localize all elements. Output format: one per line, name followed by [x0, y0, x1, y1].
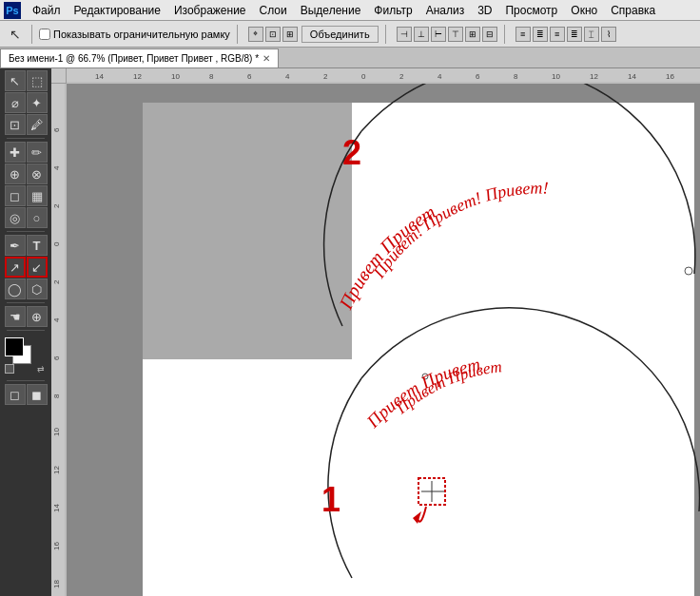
hand-tool[interactable]: ☚: [5, 306, 26, 327]
svg-text:14: 14: [95, 72, 104, 81]
menu-layers[interactable]: Слои: [254, 2, 293, 19]
show-bounds-checkbox[interactable]: [39, 29, 50, 40]
svg-text:4: 4: [52, 317, 61, 322]
color-picker[interactable]: ⇄: [5, 337, 47, 374]
align-icon-4[interactable]: ⊤: [448, 27, 463, 42]
arrow-tool-icon[interactable]: ↖: [6, 25, 25, 44]
brush-tool[interactable]: ✏: [27, 142, 48, 163]
menu-help[interactable]: Справка: [605, 2, 661, 19]
svg-text:0: 0: [52, 241, 61, 246]
tool-separator-4: [7, 330, 45, 331]
align-icon-1[interactable]: ⊣: [397, 27, 412, 42]
tool-row-4: ✚ ✏: [5, 142, 48, 163]
tool-separator-1: [7, 138, 45, 139]
dist-icon-3[interactable]: ≡: [550, 27, 565, 42]
svg-text:2: 2: [323, 72, 328, 81]
toolbar-divider-4: [504, 25, 505, 44]
lasso-tool[interactable]: ⌀: [5, 92, 26, 113]
magic-wand-tool[interactable]: ✦: [27, 92, 48, 113]
gradient-tool[interactable]: ▦: [27, 185, 48, 206]
toolbar-row: ↖ Показывать ограничительную рамку ⌖ ⊡ ⊞…: [0, 21, 700, 48]
ruler-left-svg: 6 4 2 0 2 4 6 8 10 12 14 16 18: [51, 84, 67, 596]
menu-filter[interactable]: Фильтр: [368, 2, 418, 19]
menu-file[interactable]: Файл: [27, 2, 67, 19]
svg-text:16: 16: [52, 542, 61, 550]
align-icon-5[interactable]: ⊞: [465, 27, 480, 42]
bottom-text-inner: Привет Привет: [392, 357, 503, 418]
align-icon-2[interactable]: ⊥: [414, 27, 429, 42]
text-tool[interactable]: T: [27, 235, 48, 256]
marquee-tool[interactable]: ⬚: [27, 70, 48, 91]
show-bounds-label: Показывать ограничительную рамку: [39, 29, 230, 40]
toolbar-divider-1: [31, 25, 32, 44]
zoom-tool[interactable]: ⊕: [27, 306, 48, 327]
history-brush-tool[interactable]: ⊗: [27, 163, 48, 184]
tool-row-1: ↖ ⬚: [5, 70, 48, 91]
tab-bar: Без имени-1 @ 66.7% (Привет, Привет Прив…: [0, 48, 700, 68]
label-1: 1: [321, 480, 340, 519]
align-icon-6[interactable]: ⊟: [482, 27, 497, 42]
tab-close-button[interactable]: ✕: [262, 53, 270, 64]
svg-text:4: 4: [52, 165, 61, 170]
pen-tool[interactable]: ✒: [5, 235, 26, 256]
label-2: 2: [342, 133, 361, 172]
eyedropper-tool[interactable]: 🖉: [27, 114, 48, 135]
dist-icon-2[interactable]: ≣: [533, 27, 548, 42]
tool-row-8: ✒ T: [5, 235, 48, 256]
eraser-tool[interactable]: ◻: [5, 185, 26, 206]
tool-row-5: ⊕ ⊗: [5, 163, 48, 184]
clone-tool[interactable]: ⊕: [5, 163, 26, 184]
standard-mode[interactable]: ◻: [5, 384, 26, 405]
tool-row-11: ☚ ⊕: [5, 306, 48, 327]
svg-text:12: 12: [590, 72, 598, 81]
menu-analysis[interactable]: Анализ: [420, 2, 471, 19]
transform-icons: ⌖ ⊡ ⊞: [248, 27, 298, 42]
svg-text:8: 8: [514, 72, 518, 81]
crop-tool[interactable]: ⊡: [5, 114, 26, 135]
svg-text:4: 4: [285, 72, 290, 81]
bottom-circle-arc-right: [361, 308, 700, 511]
path-select-tool[interactable]: ↗: [5, 257, 26, 278]
svg-text:8: 8: [209, 72, 214, 81]
red-arrow-path: [417, 507, 426, 522]
tool-separator-3: [7, 302, 45, 303]
menu-window[interactable]: Окно: [565, 2, 603, 19]
custom-shape-tool[interactable]: ⬡: [27, 279, 48, 299]
svg-text:12: 12: [133, 72, 142, 81]
dist-icon-4[interactable]: ≣: [567, 27, 582, 42]
blur-tool[interactable]: ◎: [5, 207, 26, 228]
svg-text:6: 6: [52, 356, 61, 360]
dist-icon-5[interactable]: ⌶: [584, 27, 599, 42]
combine-button[interactable]: Объединить: [301, 26, 379, 43]
tool-row-6: ◻ ▦: [5, 185, 48, 206]
direct-select-tool[interactable]: ↙: [27, 257, 48, 278]
document-background: [143, 103, 694, 596]
dist-icon-6[interactable]: ⌇: [601, 27, 616, 42]
menu-select[interactable]: Выделение: [295, 2, 367, 19]
transform-icon-1[interactable]: ⌖: [248, 27, 263, 42]
menu-image[interactable]: Изображение: [168, 2, 252, 19]
menu-view[interactable]: Просмотр: [499, 2, 563, 19]
gray-block: [143, 103, 352, 359]
top-text-inner: Привет! Привет! Привет!: [369, 178, 549, 281]
transform-icon-3[interactable]: ⊞: [282, 27, 298, 42]
foreground-color-box[interactable]: [5, 337, 24, 356]
heal-tool[interactable]: ✚: [5, 142, 26, 163]
swap-colors-icon[interactable]: ⇄: [37, 364, 45, 374]
tool-row-2: ⌀ ✦: [5, 92, 48, 113]
svg-rect-19: [51, 84, 67, 596]
shape-tool[interactable]: ◯: [5, 279, 26, 299]
transform-icon-2[interactable]: ⊡: [265, 27, 281, 42]
move-tool[interactable]: ↖: [5, 70, 26, 91]
tool-row-10: ◯ ⬡: [5, 279, 48, 299]
align-icon-3[interactable]: ⊢: [431, 27, 446, 42]
quick-mask-mode[interactable]: ◼: [27, 384, 48, 405]
tool-separator-5: [7, 380, 45, 381]
reset-colors-icon[interactable]: [5, 364, 14, 374]
menu-edit[interactable]: Редактирование: [68, 2, 166, 19]
menu-3d[interactable]: 3D: [472, 2, 497, 19]
dist-icon-1[interactable]: ≡: [515, 27, 531, 42]
svg-text:10: 10: [552, 72, 560, 81]
dodge-tool[interactable]: ○: [27, 207, 48, 228]
document-tab[interactable]: Без имени-1 @ 66.7% (Привет, Привет Прив…: [0, 48, 279, 67]
